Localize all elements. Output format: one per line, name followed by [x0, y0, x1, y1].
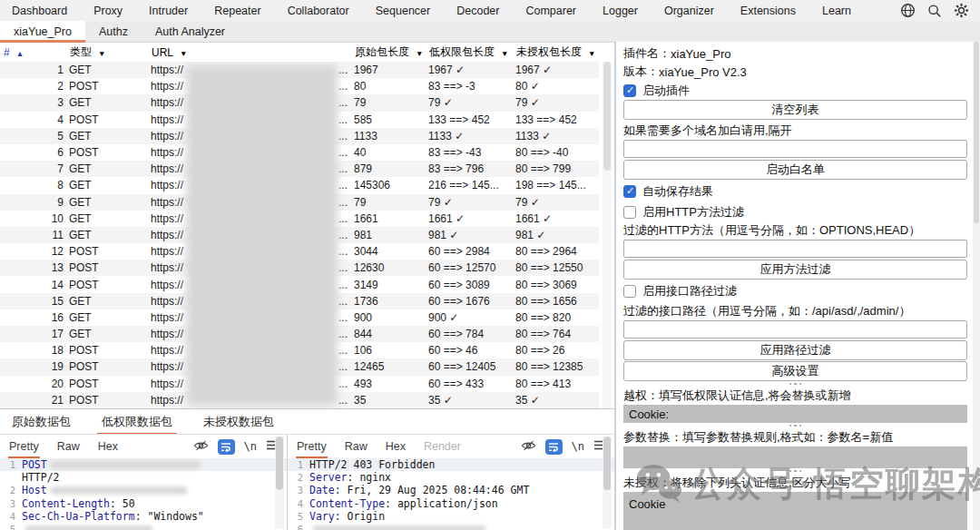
cell-orig-length: 145306 — [354, 179, 428, 191]
view-tab-raw[interactable]: Raw — [56, 437, 81, 456]
override-auth-textarea[interactable]: Cookie: — [623, 405, 967, 423]
newline-icon[interactable]: \n — [572, 440, 584, 453]
response-editor: PrettyRawHexRender \n 1HTTP/2 403 Forbid… — [288, 435, 614, 530]
request-editor-scrollbar[interactable] — [275, 437, 284, 528]
packet-tab[interactable]: 原始数据包 — [10, 409, 73, 435]
scrollbar-thumb[interactable] — [276, 437, 283, 490]
table-scrollbar[interactable] — [603, 62, 612, 408]
menu-item-comparer[interactable]: Comparer — [525, 5, 576, 17]
request-editor-content[interactable]: 1POSTHTTP/22Host3Content-Length: 504Sec-… — [0, 458, 287, 530]
clear-list-button[interactable]: 清空列表 — [623, 100, 967, 120]
menu-item-extensions[interactable]: Extensions — [740, 5, 796, 17]
apply-method-filter-button[interactable]: 应用方法过滤 — [623, 260, 967, 280]
view-tab-render[interactable]: Render — [423, 437, 462, 456]
col-header-orig-length[interactable]: 原始包长度▼ — [354, 44, 428, 60]
cell-orig-length: 106 — [354, 344, 428, 357]
path-filter-input[interactable] — [623, 320, 967, 339]
col-header-index[interactable]: #▲ — [0, 46, 69, 59]
globe-icon[interactable] — [900, 3, 916, 18]
cell-index: 14 — [0, 279, 69, 291]
menu-item-decoder[interactable]: Decoder — [456, 5, 499, 17]
request-editor: PrettyRawHex \n 1POSTHTTP/22Host3Content… — [0, 435, 288, 530]
redacted-text — [51, 461, 201, 469]
scrollbar-thumb[interactable] — [603, 437, 611, 490]
method-filter-input[interactable] — [623, 240, 967, 258]
code-token: : Fri, 29 Aug 2025 08:44:46 GMT — [335, 484, 530, 496]
checkbox-box — [623, 206, 636, 219]
cell-orig-length: 1661 — [354, 212, 428, 225]
menu-item-collaborator[interactable]: Collaborator — [288, 5, 349, 17]
code-line: HTTP/2 — [0, 471, 287, 484]
view-tab-pretty[interactable]: Pretty — [8, 437, 40, 456]
sort-asc-icon: ▲ — [16, 49, 24, 58]
tab-authz[interactable]: Authz — [85, 21, 142, 42]
code-line: 1POST — [0, 458, 287, 471]
response-editor-scrollbar[interactable] — [603, 437, 612, 528]
hide-icon[interactable] — [193, 439, 209, 455]
settings-icon[interactable] — [954, 3, 969, 18]
enable-plugin-checkbox[interactable]: 启动插件 — [623, 81, 967, 100]
table-header: #▲ 类型▼ URL▼ 原始包长度▼ 低权限包长度▼ 未授权包长度▼ — [0, 43, 599, 62]
cell-unauth-length: 80 ==> 3069 — [515, 279, 599, 291]
col-header-url[interactable]: URL▼ — [151, 46, 354, 59]
auto-save-checkbox[interactable]: 自动保存结果 — [623, 182, 967, 201]
scrollbar-thumb[interactable] — [603, 62, 611, 171]
method-filter-hint: 过滤的HTTP方法（用逗号分隔，如：OPTIONS,HEAD） — [623, 221, 967, 240]
cell-unauth-length: 1661 ✓ — [515, 212, 599, 225]
whitelist-input[interactable] — [623, 140, 967, 158]
menu-item-organizer[interactable]: Organizer — [664, 5, 714, 17]
search-icon[interactable] — [927, 4, 942, 18]
wrap-icon[interactable] — [218, 439, 235, 455]
path-filter-checkbox[interactable]: 启用接口路径过滤 — [623, 281, 967, 300]
menu-item-logger[interactable]: Logger — [603, 5, 638, 17]
code-token: : application/json — [385, 497, 498, 510]
tab-auth-analyzer[interactable]: Auth Analyzer — [142, 21, 239, 42]
view-tab-hex[interactable]: Hex — [385, 437, 407, 456]
newline-icon[interactable]: \n — [244, 440, 257, 453]
col-header-type[interactable]: 类型▼ — [69, 44, 151, 60]
cell-method: GET — [69, 196, 151, 209]
packet-tab[interactable]: 低权限数据包 — [100, 409, 174, 435]
top-menubar: DashboardProxyIntruderRepeaterCollaborat… — [0, 0, 980, 21]
menu-item-proxy[interactable]: Proxy — [93, 5, 122, 17]
cell-lowpriv-length: 60 ==> 46 — [428, 344, 515, 357]
cell-method: GET — [69, 295, 151, 308]
line-number: 3 — [0, 497, 15, 510]
line-number: 5 — [288, 510, 303, 523]
http-method-filter-checkbox[interactable]: 启用HTTP方法过滤 — [623, 202, 967, 221]
redaction-overlay — [186, 64, 338, 406]
scrollbar-thumb[interactable] — [974, 42, 979, 223]
menu-item-intruder[interactable]: Intruder — [149, 5, 188, 17]
view-tab-raw[interactable]: Raw — [344, 437, 368, 456]
col-header-lowpriv-length[interactable]: 低权限包长度▼ — [428, 44, 515, 60]
start-whitelist-button[interactable]: 启动白名单 — [623, 160, 967, 180]
tab-xiayue-pro[interactable]: xiaYue_Pro — [0, 21, 85, 42]
packet-tabbar: 原始数据包低权限数据包未授权数据包 — [0, 409, 614, 434]
menu-item-sequencer[interactable]: Sequencer — [376, 5, 430, 17]
cell-index: 9 — [0, 196, 69, 209]
param-replace-textarea[interactable] — [623, 447, 967, 468]
apply-path-filter-button[interactable]: 应用路径过滤 — [623, 340, 967, 360]
col-header-unauth-length[interactable]: 未授权包长度▼ — [515, 44, 599, 60]
hide-icon[interactable] — [521, 439, 536, 455]
cell-method: POST — [69, 378, 151, 390]
cell-unauth-length: 1133 ✓ — [515, 130, 599, 142]
menu-item-dashboard[interactable]: Dashboard — [12, 5, 67, 17]
response-editor-content[interactable]: 1HTTP/2 403 Forbidden2Server: nginx3Date… — [288, 458, 614, 530]
cell-method: GET — [69, 212, 151, 225]
cell-lowpriv-length: 133 ==> 452 — [428, 113, 515, 126]
packet-tab[interactable]: 未授权数据包 — [201, 409, 276, 435]
view-tab-hex[interactable]: Hex — [97, 437, 119, 456]
panel-scrollbar[interactable] — [973, 42, 980, 530]
redacted-text — [25, 525, 152, 530]
menu-item-learn[interactable]: Learn — [822, 5, 851, 17]
unauth-headers-textarea[interactable]: Cookie — [623, 492, 967, 530]
code-token: Content-Length — [22, 497, 110, 510]
view-tab-pretty[interactable]: Pretty — [296, 437, 328, 456]
wrap-icon[interactable] — [545, 439, 563, 455]
menu-item-repeater[interactable]: Repeater — [214, 5, 260, 17]
advanced-settings-button[interactable]: 高级设置 — [623, 361, 967, 381]
checkbox-box — [623, 84, 636, 97]
code-token: : Origin — [335, 510, 385, 523]
cell-index: 1 — [0, 64, 69, 76]
